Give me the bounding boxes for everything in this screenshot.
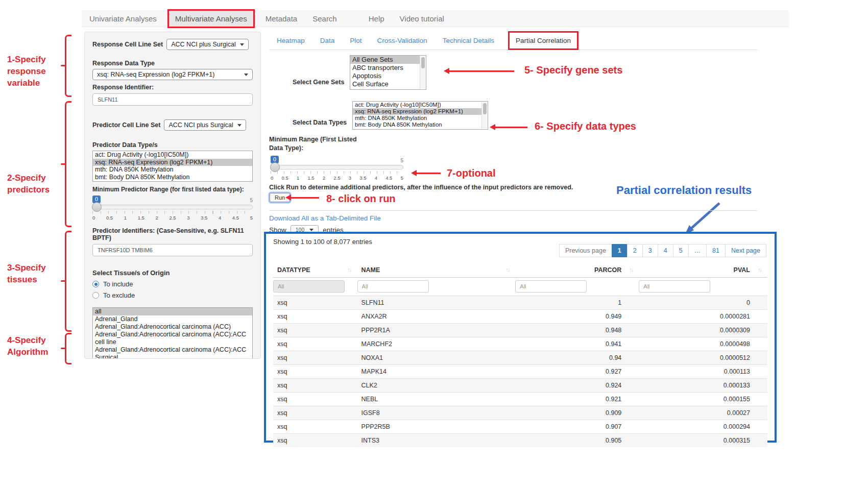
slider-tick-label: 2 bbox=[323, 175, 325, 181]
listbox-option[interactable]: xsq: RNA-seq Expression (log2 FPKM+1) bbox=[93, 159, 252, 166]
pagination-button[interactable]: 3 bbox=[642, 244, 658, 257]
pagination-button[interactable]: 81 bbox=[706, 244, 726, 257]
tab-partial-correlation[interactable]: Partial Correlation bbox=[508, 31, 578, 50]
listbox-option[interactable]: bmt: Body DNA 850K Methylation bbox=[93, 174, 252, 181]
sort-icon[interactable]: ↑↓ bbox=[629, 266, 633, 273]
data-types-listbox[interactable]: act: Drug Activity (-log10[IC50M])xsq: R… bbox=[352, 101, 488, 130]
pagination-button[interactable]: Previous page bbox=[559, 244, 612, 257]
filter-pval-input[interactable] bbox=[639, 280, 710, 292]
response-data-type-select[interactable]: xsq: RNA-seq Expression (log2 FPKM+1) bbox=[92, 69, 253, 80]
cell-pval: 0.000113 bbox=[639, 365, 767, 379]
response-cell-line-value: ACC NCI plus Surgical bbox=[171, 41, 235, 48]
listbox-option[interactable]: All Gene Sets bbox=[350, 56, 420, 64]
response-identifier-input[interactable] bbox=[92, 93, 253, 106]
scrollbar-thumb[interactable] bbox=[421, 57, 425, 68]
listbox-option[interactable]: Adrenal_Gland bbox=[93, 315, 252, 323]
nav-item-metadata[interactable]: Metadata bbox=[258, 14, 305, 23]
sort-icon[interactable]: ↑↓ bbox=[758, 266, 761, 273]
run-instruction: Click Run to determine additional predic… bbox=[269, 184, 596, 191]
filter-datatype-input[interactable] bbox=[273, 280, 345, 292]
scrollbar[interactable] bbox=[481, 102, 487, 129]
slider-track[interactable] bbox=[271, 165, 403, 169]
nav-item-search[interactable]: Search bbox=[305, 14, 345, 23]
cell-name: MAPK14 bbox=[357, 365, 516, 379]
slider-handle[interactable] bbox=[270, 162, 280, 172]
response-cell-line-select[interactable]: ACC NCI plus Surgical bbox=[166, 39, 248, 50]
cell-datatype: xsq bbox=[273, 379, 357, 393]
slider-handle[interactable] bbox=[92, 202, 102, 212]
chevron-down-icon bbox=[237, 124, 242, 127]
annotation-step2: 2-Specify predictors bbox=[7, 173, 50, 196]
tissue-listbox[interactable]: allAdrenal_GlandAdrenal_Gland:Adrenocort… bbox=[92, 307, 253, 359]
tab-bar: Heatmap Data Plot Cross-Validation Techn… bbox=[269, 32, 757, 50]
arrow-step7 bbox=[416, 173, 441, 174]
sort-icon[interactable]: ↑↓ bbox=[348, 266, 351, 273]
table-row: xsq CLK2 0.924 0.000133 bbox=[273, 379, 767, 393]
nav-item-help[interactable]: Help bbox=[361, 14, 392, 23]
listbox-option[interactable]: Adrenal_Gland:Adrenocortical carcinoma (… bbox=[93, 323, 252, 331]
slider-tick-label: 3 bbox=[349, 175, 351, 181]
predictor-data-types-listbox[interactable]: act: Drug Activity (-log10[IC50M])xsq: R… bbox=[92, 151, 253, 182]
table-row: xsq NOXA1 0.94 0.0000512 bbox=[273, 351, 767, 365]
min-predictor-range-slider[interactable]: 0 5 00.511.522.533.544.55 bbox=[92, 195, 253, 221]
predictor-identifiers-input[interactable] bbox=[92, 244, 253, 256]
top-navigation: Univariate Analyses Multivariate Analyse… bbox=[82, 10, 789, 27]
predictor-cell-line-label: Predictor Cell Line Set bbox=[92, 121, 160, 129]
listbox-option[interactable]: Cell Surface bbox=[350, 80, 420, 88]
table-row: xsq MAPK14 0.927 0.000113 bbox=[273, 365, 767, 379]
cell-parcor: 0.927 bbox=[515, 365, 639, 379]
sort-icon[interactable]: ↑↓ bbox=[505, 266, 509, 273]
cell-parcor: 0.948 bbox=[515, 324, 639, 337]
cell-datatype: xsq bbox=[273, 296, 357, 310]
column-header-pval[interactable]: PVAL↑↓ bbox=[639, 263, 767, 278]
listbox-option[interactable]: bmt: Body DNA 850K Methylation bbox=[353, 121, 481, 128]
column-header-datatype[interactable]: DATATYPE↑↓ bbox=[273, 263, 357, 278]
cell-pval: 0.0000281 bbox=[639, 310, 767, 324]
slider-track[interactable] bbox=[92, 205, 253, 209]
nav-item-univariate-analyses[interactable]: Univariate Analyses bbox=[82, 14, 164, 23]
cell-pval: 0.0000512 bbox=[639, 351, 767, 365]
pagination-button[interactable]: … bbox=[688, 244, 707, 257]
predictor-data-types-label: Predictor Data Type/s bbox=[92, 141, 253, 149]
pagination-button[interactable]: 5 bbox=[673, 244, 689, 257]
cell-pval: 0.000133 bbox=[639, 379, 767, 393]
nav-item-video-tutorial[interactable]: Video tutorial bbox=[392, 14, 452, 23]
tissue-exclude-radio[interactable]: To exclude bbox=[92, 291, 253, 299]
column-header-parcor[interactable]: PARCOR↑↓ bbox=[515, 263, 639, 278]
pagination-button[interactable]: Next page bbox=[725, 244, 766, 257]
tab-technical-details[interactable]: Technical Details bbox=[435, 37, 502, 44]
listbox-option[interactable]: act: Drug Activity (-log10[IC50M]) bbox=[93, 151, 252, 159]
listbox-option[interactable]: Adrenal_Gland:Adrenocortical carcinoma (… bbox=[93, 346, 252, 359]
scrollbar[interactable] bbox=[420, 56, 425, 89]
tab-heatmap[interactable]: Heatmap bbox=[269, 37, 312, 44]
tab-data[interactable]: Data bbox=[312, 37, 343, 44]
listbox-option[interactable]: ABC transporters bbox=[350, 64, 420, 72]
listbox-option[interactable]: mth: DNA 850K Methylation bbox=[93, 166, 252, 174]
listbox-option[interactable]: act: Drug Activity (-log10[IC50M]) bbox=[353, 102, 481, 108]
filter-name-input[interactable] bbox=[357, 280, 429, 292]
gene-sets-listbox[interactable]: All Gene SetsABC transportersApoptosisCe… bbox=[350, 55, 426, 90]
listbox-option[interactable]: Apoptosis bbox=[350, 72, 420, 80]
slider-ticks bbox=[92, 211, 253, 214]
listbox-option[interactable]: all bbox=[93, 308, 252, 315]
nav-item-multivariate-analyses[interactable]: Multivariate Analyses bbox=[167, 9, 255, 28]
pagination-button[interactable]: 2 bbox=[627, 244, 643, 257]
slider-tick-label: 2.5 bbox=[169, 215, 176, 221]
min-range-slider[interactable]: 0 5 00.511.522.533.544.55 bbox=[271, 155, 403, 181]
download-all-link[interactable]: Download All as a Tab-Delimited File bbox=[269, 214, 381, 222]
tissue-include-label: To include bbox=[103, 280, 133, 288]
filter-parcor-input[interactable] bbox=[515, 280, 587, 292]
pagination-button[interactable]: 4 bbox=[658, 244, 673, 257]
tab-cross-validation[interactable]: Cross-Validation bbox=[370, 37, 435, 44]
column-header-name[interactable]: NAME↑↓ bbox=[357, 263, 516, 278]
bracket-step4 bbox=[65, 333, 71, 364]
listbox-option[interactable]: xsq: RNA-seq Expression (log2 FPKM+1) bbox=[353, 108, 481, 115]
slider-tick-label: 3.5 bbox=[201, 215, 207, 221]
tab-plot[interactable]: Plot bbox=[342, 37, 369, 44]
listbox-option[interactable]: Adrenal_Gland:Adrenocortical carcinoma (… bbox=[93, 331, 252, 346]
scrollbar-thumb[interactable] bbox=[483, 103, 487, 114]
predictor-cell-line-select[interactable]: ACC NCI plus Surgical bbox=[164, 119, 246, 131]
pagination-button[interactable]: 1 bbox=[612, 244, 628, 257]
tissue-include-radio[interactable]: To include bbox=[92, 280, 253, 288]
listbox-option[interactable]: mth: DNA 850K Methylation bbox=[353, 115, 481, 121]
